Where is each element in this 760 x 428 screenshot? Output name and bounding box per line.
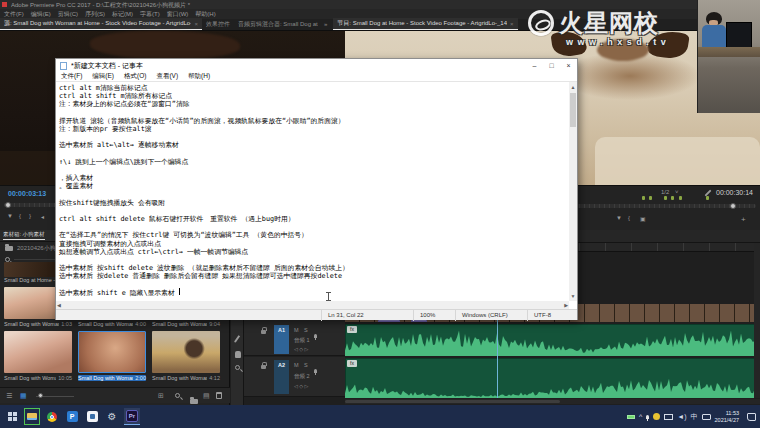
step-back-icon[interactable]: ◂ <box>41 213 44 220</box>
zoom-slider-knob[interactable] <box>38 393 43 398</box>
taskbar-premiere[interactable]: Pr <box>124 408 140 425</box>
keyframe-nav-icons[interactable]: ◁ ◇ ▷ <box>294 346 308 352</box>
tab-source-monitor[interactable]: 源: Small Dog with Woman at Home - Stock … <box>0 18 202 30</box>
timeline-hscrollbar[interactable] <box>345 399 760 404</box>
notepad-text-line <box>59 166 569 174</box>
track-target-a1[interactable]: A1 <box>274 325 289 354</box>
program-playhead-knob[interactable] <box>730 203 736 209</box>
lift-icon[interactable]: { <box>628 215 630 221</box>
solo-button[interactable]: S <box>304 327 308 333</box>
program-zoom-select[interactable]: 1/2 <box>661 189 669 195</box>
scrollbar-thumb[interactable] <box>345 400 560 403</box>
sequence-marker[interactable] <box>664 196 667 200</box>
clip-label[interactable]: Small Dog with Woman...4:00 <box>78 321 146 327</box>
export-frame-icon[interactable]: ▣ <box>640 215 646 222</box>
automate-to-sequence-icon[interactable]: ⊞ <box>158 392 164 400</box>
taskbar-app-p[interactable]: P <box>64 408 80 425</box>
clip-thumbnail-selected[interactable] <box>78 331 146 373</box>
start-button[interactable] <box>4 408 20 425</box>
add-marker-icon[interactable]: ▼ <box>7 213 13 219</box>
mark-out-icon[interactable]: } <box>29 213 31 219</box>
clip-label[interactable]: Small Dog with Woma...10:05 <box>4 375 72 381</box>
scroll-right-icon[interactable]: ▶ <box>564 301 568 309</box>
tab-overflow-chevron-icon[interactable]: » <box>322 18 329 30</box>
tab-audio-mixer[interactable]: 音频剪辑混合器: Small Dog at Home - Stock Video… <box>234 18 322 30</box>
clip-label[interactable]: Small Dog with Woman...1:03 <box>4 321 72 327</box>
keyframe-nav-icons[interactable]: ◁ ◇ ▷ <box>294 383 308 389</box>
list-view-icon[interactable]: ☰ <box>6 392 12 400</box>
notepad-menu-help[interactable]: 帮助(H) <box>183 72 215 81</box>
zoom-tool-icon[interactable] <box>235 365 240 370</box>
minimize-button[interactable]: – <box>526 59 543 72</box>
timeline-vscrollbar[interactable] <box>754 243 760 398</box>
taskbar-settings[interactable]: ⚙ <box>104 408 120 425</box>
sequence-marker[interactable] <box>706 196 709 200</box>
add-marker-icon[interactable]: ▼ <box>616 215 622 221</box>
battery-icon[interactable] <box>627 415 635 419</box>
lock-icon[interactable] <box>261 330 266 334</box>
mute-button[interactable]: M <box>294 362 299 368</box>
lock-icon[interactable] <box>261 365 266 369</box>
track-target-a2[interactable]: A2 <box>274 360 289 394</box>
icon-view-icon[interactable]: ▦ <box>20 392 27 400</box>
notepad-menu-view[interactable]: 查看(V) <box>151 72 183 81</box>
tab-program-monitor[interactable]: 节目: Small Dog at Home - Stock Video Foot… <box>333 18 517 30</box>
button-editor-plus-icon[interactable]: + <box>741 215 746 224</box>
hand-tool-icon[interactable] <box>235 351 241 358</box>
close-icon[interactable]: × <box>510 21 514 27</box>
sequence-marker[interactable] <box>642 196 645 200</box>
clip-label[interactable]: Small Dog with Woman...4:12 <box>152 375 220 381</box>
action-center-icon[interactable] <box>747 413 756 421</box>
new-bin-icon[interactable] <box>190 399 198 404</box>
mute-button[interactable]: M <box>294 327 299 333</box>
notepad-hscrollbar[interactable]: ◀ ▶ <box>56 301 569 309</box>
tab-project-bin[interactable]: 素材箱: 小狗素材 <box>3 231 45 240</box>
mark-in-icon[interactable]: { <box>19 213 21 219</box>
scroll-down-icon[interactable]: ▼ <box>569 292 577 300</box>
notepad-menu-edit[interactable]: 编辑(E) <box>87 72 119 81</box>
dropdown-arrow-icon[interactable]: ˅ <box>675 189 679 195</box>
taskbar-app-white[interactable] <box>84 408 100 425</box>
voiceover-mic-icon[interactable] <box>314 369 317 373</box>
sequence-marker[interactable] <box>671 196 674 200</box>
close-button[interactable]: × <box>560 59 577 72</box>
source-timecode: 00:00:03:13 <box>8 190 46 197</box>
notepad-text-area[interactable]: ctrl alt m清除当前标记点ctrl alt shift m清除所有标记点… <box>56 82 569 301</box>
tray-keyboard-icon[interactable] <box>702 414 711 420</box>
notepad-vscrollbar[interactable]: ▲ ▼ <box>569 82 577 301</box>
notepad-text-line <box>59 281 569 289</box>
notepad-text-line: 注：新版本的pr 要按住alt滚 <box>59 125 569 133</box>
taskbar-chrome[interactable] <box>44 408 60 425</box>
scroll-left-icon[interactable]: ◀ <box>57 301 61 309</box>
new-item-icon[interactable]: ▤ <box>203 392 210 400</box>
source-playhead-knob[interactable] <box>5 202 11 208</box>
clip-label[interactable]: Small Dog with Woman...9:04 <box>152 321 220 327</box>
notepad-menu-file[interactable]: 文件(F) <box>56 72 87 81</box>
notepad-text-line: 。覆盖素材 <box>59 182 569 190</box>
tray-speaker-icon[interactable]: ◄) <box>677 413 686 420</box>
notepad-menu-format[interactable]: 格式(O) <box>119 72 151 81</box>
tray-chevron-icon[interactable]: ^ <box>639 413 642 420</box>
close-icon[interactable]: × <box>194 21 198 27</box>
clip-label-selected[interactable]: Small Dog with Woman...2:00 <box>78 375 146 381</box>
notepad-title-bar[interactable]: *新建文本文档 - 记事本 – □ × <box>56 59 577 72</box>
ime-indicator[interactable]: 中 <box>691 412 698 422</box>
pen-tool-icon[interactable] <box>234 335 240 343</box>
clip-thumbnail[interactable] <box>152 331 220 373</box>
tab-effect-controls[interactable]: 效果控件 <box>202 18 234 30</box>
find-icon[interactable] <box>175 393 180 398</box>
tray-mic-icon[interactable] <box>646 415 649 419</box>
tray-yellow-icon[interactable] <box>653 413 660 420</box>
trash-icon[interactable] <box>216 392 222 399</box>
clip-thumbnail[interactable] <box>4 331 72 373</box>
taskbar-file-explorer[interactable] <box>24 408 40 425</box>
sequence-marker[interactable] <box>649 196 652 200</box>
tray-display-icon[interactable] <box>664 414 673 420</box>
scroll-up-icon[interactable]: ▲ <box>569 83 577 91</box>
voiceover-mic-icon[interactable] <box>314 334 317 338</box>
scrollbar-thumb[interactable] <box>570 93 576 127</box>
taskbar-clock[interactable]: 11:53 2021/4/27 <box>715 410 739 423</box>
maximize-button[interactable]: □ <box>543 59 560 72</box>
solo-button[interactable]: S <box>304 362 308 368</box>
sequence-marker[interactable] <box>679 196 682 200</box>
